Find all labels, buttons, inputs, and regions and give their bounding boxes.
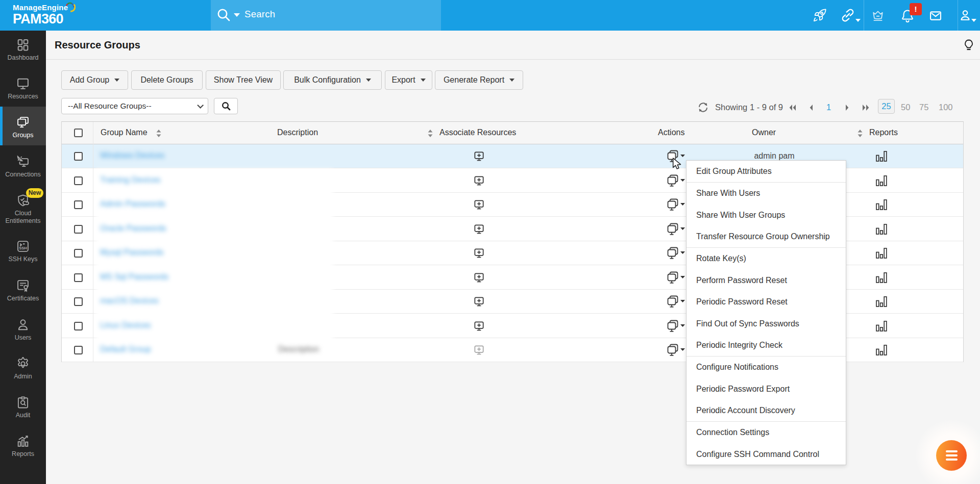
svg-text:SSH: SSH [19, 246, 27, 250]
